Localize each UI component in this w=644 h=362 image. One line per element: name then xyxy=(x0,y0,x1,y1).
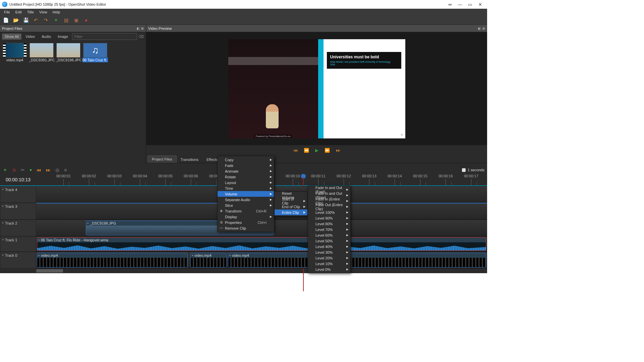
menu-item[interactable]: Level 20%▶ xyxy=(308,255,350,261)
minimize-button[interactable]: — xyxy=(455,2,465,7)
import-icon[interactable]: ＋ xyxy=(53,17,59,23)
zoom-label: 1 seconds xyxy=(468,168,484,172)
jump-start-icon[interactable]: ⏮ xyxy=(293,148,298,153)
play-icon[interactable]: ▶ xyxy=(315,148,318,153)
menu-item[interactable]: Level 50%▶ xyxy=(308,238,350,244)
menu-item[interactable]: Rotate▶ xyxy=(218,174,274,180)
zoom-display[interactable]: 1 seconds xyxy=(462,168,484,172)
razor-icon[interactable]: ✂ xyxy=(21,167,25,173)
menu-file[interactable]: File xyxy=(1,9,13,15)
menu-item[interactable]: Separate Audio▶ xyxy=(218,197,274,202)
file-thumb[interactable]: video.mp4 xyxy=(2,43,27,62)
menu-item[interactable]: Fade Out (Entire Clip)▶ xyxy=(308,204,350,209)
filter-video[interactable]: Video xyxy=(23,34,38,40)
file-thumb[interactable]: _DSC9391.JPG xyxy=(29,43,54,62)
forward-icon[interactable]: ⏩ xyxy=(325,148,330,153)
file-thumb-label: _DSC9391.JPG xyxy=(29,58,54,62)
snap-icon[interactable]: ⊃ xyxy=(12,167,16,173)
timeline-clip[interactable]: ▸video.mp4 xyxy=(37,253,188,267)
menu-item[interactable]: Level 40%▶ xyxy=(308,244,350,249)
clip-context-menu[interactable]: Copy▶Fade▶Animate▶Rotate▶Layout▶Time▶Vol… xyxy=(217,156,274,232)
open-project-icon[interactable]: 📂 xyxy=(13,17,19,23)
filter-image[interactable]: Image xyxy=(55,34,71,40)
menu-item[interactable]: Slice▶ xyxy=(218,202,274,208)
volume-submenu[interactable]: Reset VolumeStart of Clip▶End of Clip▶En… xyxy=(274,191,308,216)
marker-icon[interactable]: ▾ xyxy=(30,167,32,173)
track-label[interactable]: ▸Track 3 xyxy=(0,203,36,220)
track-label[interactable]: ▸Track 4 xyxy=(0,186,36,203)
next-marker-icon[interactable]: ⏭ xyxy=(46,167,51,173)
panel-float-icon[interactable]: ◧ xyxy=(137,27,140,30)
redo-icon[interactable]: ↷ xyxy=(43,17,49,23)
menu-item[interactable]: End of Clip▶ xyxy=(275,204,307,209)
preview-panel: Video Preview ◧ ⊠ Powered by Presentatio… xyxy=(146,25,487,163)
preview-close-icon[interactable]: ⊠ xyxy=(482,27,485,30)
preview-float-icon[interactable]: ◧ xyxy=(478,27,481,30)
menu-item[interactable]: Level 90%▶ xyxy=(308,215,350,221)
menu-item[interactable]: Level 60%▶ xyxy=(308,232,350,238)
jump-end-icon[interactable]: ⏭ xyxy=(336,148,340,153)
maximize-button[interactable]: ▭ xyxy=(465,2,475,7)
ruler-tick: 00:00:14 xyxy=(388,174,402,185)
timeline-clip[interactable]: ▸video.mp4 xyxy=(228,253,486,267)
menu-item[interactable]: ⚙PropertiesCtrl+I xyxy=(218,220,274,225)
panel-close-icon[interactable]: ⊠ xyxy=(141,27,144,30)
undo-icon[interactable]: ↶ xyxy=(33,17,39,23)
menu-item[interactable]: ✥TransformCtrl+R xyxy=(218,208,274,214)
horizontal-scrollbar[interactable] xyxy=(36,269,63,273)
menu-item[interactable]: Animate▶ xyxy=(218,168,274,174)
rewind-icon[interactable]: ⏪ xyxy=(304,148,309,153)
tab-transitions[interactable]: Transitions xyxy=(177,156,202,163)
menu-item[interactable]: Layout▶ xyxy=(218,180,274,185)
menu-item[interactable]: Level 10%▶ xyxy=(308,261,350,266)
toggle-icon[interactable]: ■ xyxy=(64,167,67,173)
powered-by-label: Powered by Presentations2Go.eu xyxy=(254,135,292,138)
export-icon[interactable]: ● xyxy=(83,17,89,23)
menu-item[interactable]: Level 0%▶ xyxy=(308,266,350,272)
menu-item[interactable]: Volume▶ xyxy=(218,191,274,197)
cc-icon: ㏄ xyxy=(401,133,403,136)
window-drag-icon[interactable]: ⇔ xyxy=(445,2,455,7)
file-thumb[interactable]: _DSC9198.JPG xyxy=(56,43,81,62)
tab-project-files[interactable]: Project Files xyxy=(148,156,177,163)
menu-item[interactable]: Level 100%▶ xyxy=(308,209,350,215)
video-frame: Powered by Presentations2Go.eu Universit… xyxy=(228,39,405,138)
new-project-icon[interactable]: 📄 xyxy=(3,17,9,23)
menu-item[interactable]: Display▶ xyxy=(218,214,274,220)
zoom-checkbox[interactable] xyxy=(462,168,466,172)
track-label[interactable]: ▸Track 2 xyxy=(0,220,36,236)
menu-view[interactable]: View xyxy=(37,9,50,15)
track-lane[interactable]: ▸06 Taio Cruz ft. Flo Ride - Hangover.wm… xyxy=(36,236,487,252)
track-label[interactable]: ▸Track 0 xyxy=(0,252,36,268)
filter-audio[interactable]: Audio xyxy=(39,34,54,40)
save-project-icon[interactable]: 💾 xyxy=(23,17,29,23)
filter-showall[interactable]: Show All xyxy=(2,34,21,40)
filter-clear-icon[interactable]: ⌫ xyxy=(138,35,144,39)
fullscreen-icon[interactable]: ▣ xyxy=(73,17,79,23)
close-button[interactable]: ✕ xyxy=(475,2,485,7)
menu-item[interactable]: Level 30%▶ xyxy=(308,249,350,255)
track-lane[interactable]: ▸video.mp4▸video.mp4▸video.mp4 xyxy=(36,252,487,268)
menu-item[interactable]: Start of Clip▶ xyxy=(275,198,307,204)
entire-clip-submenu[interactable]: Fade In and Out (Fast)▶Fade In and Out (… xyxy=(308,186,351,273)
menu-item[interactable]: Entire Clip▶ xyxy=(275,209,307,215)
timeline-clip[interactable]: ▸06 Taio Cruz ft. Flo Ride - Hangover.wm… xyxy=(37,237,486,251)
add-track-icon[interactable]: ＋ xyxy=(3,167,7,173)
prev-marker-icon[interactable]: ⏮ xyxy=(37,167,41,173)
menu-edit[interactable]: Edit xyxy=(13,9,24,15)
menu-title[interactable]: Title xyxy=(24,9,37,15)
profile-icon[interactable]: ▤ xyxy=(63,17,69,23)
menu-item[interactable]: Level 70%▶ xyxy=(308,227,350,232)
menu-help[interactable]: Help xyxy=(50,9,63,15)
menu-item[interactable]: Fade▶ xyxy=(218,163,274,168)
track-row: ▸Track 1▸06 Taio Cruz ft. Flo Ride - Han… xyxy=(0,236,487,252)
center-playhead-icon[interactable]: ◎ xyxy=(55,167,59,173)
menu-item[interactable]: Copy▶ xyxy=(218,157,274,163)
filter-input[interactable] xyxy=(72,33,137,40)
menu-item[interactable]: ➖Remove Clip xyxy=(218,225,274,231)
file-thumb[interactable]: ♫06 Taio Cruz ft. ... xyxy=(82,43,108,62)
menu-item[interactable]: Level 80%▶ xyxy=(308,221,350,227)
menu-item[interactable]: Time▶ xyxy=(218,185,274,191)
timeline-clip[interactable]: ▸video.mp4 xyxy=(190,253,227,267)
track-label[interactable]: ▸Track 1 xyxy=(0,236,36,252)
